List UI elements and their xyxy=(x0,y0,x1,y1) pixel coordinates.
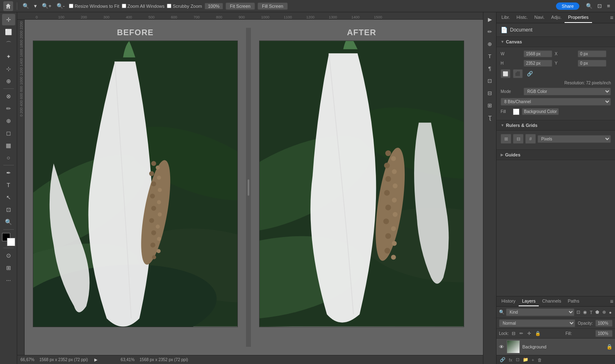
layer-background-item[interactable]: 👁 Background 🔒 xyxy=(497,339,615,355)
lock-pixels-btn[interactable]: ⊟ xyxy=(510,330,517,337)
more-tools-btn[interactable]: ··· xyxy=(2,274,15,286)
scrubby-zoom-checkbox[interactable]: Scrubby Zoom xyxy=(167,4,202,9)
grid-action-btn[interactable]: ⊞ xyxy=(485,100,495,111)
layer-mask-btn[interactable]: ⊡ xyxy=(516,357,519,362)
zoom-all-checkbox[interactable]: Zoom All Windows xyxy=(122,4,164,9)
play-button[interactable]: ▶ xyxy=(485,14,495,25)
path-select-tool[interactable]: ↖ xyxy=(2,192,15,203)
tab-navi[interactable]: Navi. xyxy=(531,12,548,23)
window-icon-button[interactable]: ⊡ xyxy=(596,2,604,10)
search-icon-button[interactable]: 🔍 xyxy=(584,2,594,10)
share-button[interactable]: Share xyxy=(556,2,579,10)
bits-select[interactable]: 8 Bits/Channel 16 Bits/Channel 32 Bits/C… xyxy=(501,98,611,106)
home-button[interactable] xyxy=(3,1,13,11)
layer-fx-btn[interactable]: fx xyxy=(509,357,512,362)
panel-menu-button[interactable]: ≡ xyxy=(610,14,613,21)
layer-filter-type-btn[interactable]: T xyxy=(589,309,594,316)
type2-action-btn[interactable]: Ʈ xyxy=(485,112,495,123)
background-color[interactable] xyxy=(7,238,15,246)
zoom-search-button[interactable]: 🔍 xyxy=(21,2,31,10)
y-input[interactable] xyxy=(578,60,606,67)
layer-link-btn[interactable]: 🔗 xyxy=(500,357,506,362)
lock-artboards-btn[interactable]: ✛ xyxy=(526,330,532,337)
before-canvas[interactable] xyxy=(33,41,238,327)
link-icon[interactable]: 🔗 xyxy=(527,71,533,77)
x-input[interactable] xyxy=(578,50,606,57)
tab-paths[interactable]: Paths xyxy=(565,296,583,306)
status-expand-btn[interactable]: ▶ xyxy=(93,357,99,363)
layer-delete-btn[interactable]: 🗑 xyxy=(538,357,542,362)
layer-filter-shape-btn[interactable]: ⬟ xyxy=(594,309,600,316)
width-input[interactable] xyxy=(524,50,552,57)
gradient-tool[interactable]: ▦ xyxy=(2,140,15,151)
canvases-wrapper[interactable]: BEFORE xyxy=(25,20,483,355)
3d-action-btn[interactable]: ⊟ xyxy=(485,88,495,98)
brush-tool[interactable]: ✏ xyxy=(2,103,15,114)
rulers-section-header[interactable]: ▼ Rulers & Grids xyxy=(497,120,615,131)
lock-position-btn[interactable]: ✏ xyxy=(518,330,524,337)
bottom-panel-menu-btn[interactable]: ≡ xyxy=(610,298,613,305)
layer-filter-adj-btn[interactable]: ◉ xyxy=(582,309,588,316)
eraser-tool[interactable]: ◻ xyxy=(2,127,15,139)
rulers-unit-select[interactable]: Pixels Inches Centimeters xyxy=(538,135,611,143)
zoom-tool[interactable]: 🔍 xyxy=(2,216,15,228)
fill-dropdown[interactable]: Background Color xyxy=(522,108,559,115)
height-input[interactable] xyxy=(524,60,552,67)
quick-mask-tool[interactable]: ⊙ xyxy=(2,250,15,261)
shape-action-btn[interactable]: ⊡ xyxy=(485,75,495,86)
healing-tool[interactable]: ⊗ xyxy=(2,90,15,102)
move-tool[interactable]: ✛ xyxy=(2,14,15,25)
layer-add-btn[interactable]: + xyxy=(532,357,534,362)
zoom-in-button[interactable]: 🔍+ xyxy=(40,2,53,10)
screen-mode-tool[interactable]: ⊞ xyxy=(2,262,15,274)
tab-layers[interactable]: Layers xyxy=(519,296,539,306)
select-tool[interactable]: ⬜ xyxy=(2,26,15,38)
ruler-icon-btn-1[interactable]: ⊞ xyxy=(501,134,511,144)
stamp-tool[interactable]: ⊕ xyxy=(2,115,15,127)
portrait-icon-btn[interactable]: ⬜ xyxy=(501,69,510,78)
landscape-icon-btn[interactable]: ⬛ xyxy=(513,69,523,78)
heal-action-btn[interactable]: ⊕ xyxy=(485,38,495,49)
pen-tool[interactable]: ✒ xyxy=(2,167,15,179)
tab-properties[interactable]: Properties xyxy=(565,12,592,23)
fill-screen-button[interactable]: Fill Screen xyxy=(257,2,288,10)
opacity-input[interactable] xyxy=(595,320,613,327)
blend-mode-select[interactable]: Normal Multiply Screen Overlay xyxy=(499,319,575,327)
fill-input[interactable] xyxy=(595,330,613,337)
tab-libr[interactable]: Libr. xyxy=(498,12,513,23)
ruler-icon-btn-3[interactable]: # xyxy=(525,134,536,144)
guides-section-header[interactable]: ▶ Guides xyxy=(497,150,615,160)
ruler-icon-btn-2[interactable]: ⊟ xyxy=(513,134,524,144)
eyedropper-tool[interactable]: ⊕ xyxy=(2,75,15,87)
text-tool[interactable]: T xyxy=(2,179,15,191)
after-canvas[interactable] xyxy=(259,41,464,327)
paragraph-action-btn[interactable]: ¶ xyxy=(485,63,495,74)
canvas-section-header[interactable]: ▼ Canvas xyxy=(497,37,615,47)
zoom-out-button[interactable]: 🔍- xyxy=(55,2,66,10)
layer-kind-select[interactable]: Kind Pixel Adjustment xyxy=(506,308,574,316)
zoom-dropdown-button[interactable]: ▾ xyxy=(32,2,39,10)
fit-screen-button[interactable]: Fit Screen xyxy=(226,2,255,10)
tab-history[interactable]: History xyxy=(498,296,519,306)
tab-adju[interactable]: Adju. xyxy=(548,12,565,23)
fill-color-swatch[interactable] xyxy=(513,109,519,115)
layer-filter-smart-btn[interactable]: ⊕ xyxy=(601,309,607,316)
canvas-divider[interactable] xyxy=(246,28,251,347)
more-icon-button[interactable]: ≡ xyxy=(605,2,612,10)
magic-wand-tool[interactable]: ✦ xyxy=(2,51,15,62)
tab-histc[interactable]: Histc. xyxy=(513,12,531,23)
mode-select[interactable]: RGB Color CMYK Color Grayscale xyxy=(524,88,611,95)
lock-all-btn[interactable]: 🔒 xyxy=(534,330,542,337)
dodge-tool[interactable]: ○ xyxy=(2,152,15,163)
layer-visibility-btn[interactable]: 👁 xyxy=(499,344,504,350)
crop-tool[interactable]: ⊹ xyxy=(2,63,15,75)
shape-tool[interactable]: ⊡ xyxy=(2,204,15,215)
brush-action-btn[interactable]: ✏ xyxy=(485,26,495,37)
resize-windows-checkbox[interactable]: Resize Windows to Fit xyxy=(69,4,119,9)
tab-channels[interactable]: Channels xyxy=(539,296,564,306)
layer-filter-toggle-btn[interactable]: ● xyxy=(608,309,613,316)
type-action-btn[interactable]: T xyxy=(485,51,495,61)
lasso-tool[interactable]: ⌒ xyxy=(2,38,15,50)
layer-filter-pixel-btn[interactable]: ⊡ xyxy=(576,309,581,316)
layer-group-btn[interactable]: 📁 xyxy=(523,357,528,362)
